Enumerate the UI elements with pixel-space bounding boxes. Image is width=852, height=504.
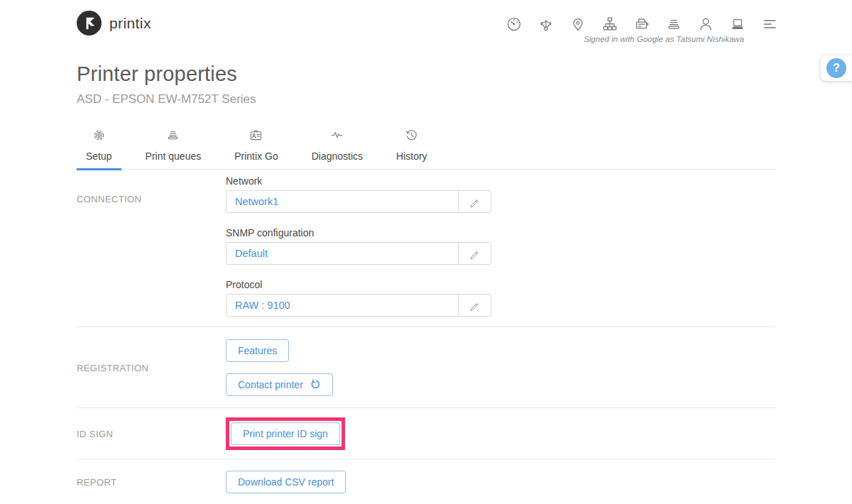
registration-buttons: Features Contact printer — [226, 339, 333, 396]
protocol-value[interactable]: RAW : 9100 — [226, 295, 458, 316]
tab-label: Setup — [86, 150, 112, 162]
network-value[interactable]: Network1 — [226, 191, 458, 212]
snmp-input-group: Default — [226, 242, 491, 265]
print-printer-id-sign-button[interactable]: Print printer ID sign — [231, 422, 340, 445]
page-subtitle: ASD - EPSON EW-M752T Series — [77, 92, 775, 106]
download-csv-report-button[interactable]: Download CSV report — [226, 471, 346, 493]
field-label: Network — [226, 175, 491, 187]
tab-label: Printix Go — [234, 150, 278, 162]
tab-history[interactable]: History — [387, 128, 437, 170]
tab-print-queues[interactable]: Print queues — [136, 128, 211, 170]
help-button[interactable]: ? — [821, 55, 852, 81]
print-queue-icon[interactable] — [665, 16, 682, 33]
field-label: SNMP configuration — [226, 227, 491, 239]
gear-icon — [92, 128, 106, 146]
snmp-value[interactable]: Default — [226, 243, 458, 264]
section-report: REPORT Download CSV report — [77, 459, 775, 504]
location-pin-icon[interactable] — [569, 16, 586, 33]
edit-protocol-button[interactable] — [458, 295, 491, 316]
protocol-input-group: RAW : 9100 — [226, 294, 491, 317]
section-label-id-sign: ID SIGN — [77, 429, 226, 439]
history-clock-icon — [404, 128, 419, 146]
header-icon-bar — [506, 16, 778, 33]
section-label-connection: CONNECTION — [77, 175, 226, 317]
refresh-icon — [310, 379, 321, 390]
printix-logo[interactable]: printix — [77, 11, 151, 35]
copier-icon[interactable] — [633, 16, 650, 33]
contact-printer-button[interactable]: Contact printer — [226, 373, 333, 396]
edit-snmp-button[interactable] — [458, 243, 491, 264]
field-network: Network Network1 — [226, 175, 491, 213]
tab-label: Diagnostics — [312, 150, 363, 162]
question-mark-icon: ? — [826, 58, 846, 78]
contact-printer-label: Contact printer — [238, 379, 303, 390]
printix-wordmark: printix — [109, 15, 151, 32]
field-snmp: SNMP configuration Default — [226, 227, 491, 265]
field-protocol: Protocol RAW : 9100 — [226, 279, 491, 317]
print-queue-icon — [165, 128, 180, 146]
annotation-highlight-box: Print printer ID sign — [226, 417, 345, 450]
tab-diagnostics[interactable]: Diagnostics — [302, 128, 372, 170]
user-icon[interactable] — [697, 16, 714, 33]
page-title: Printer properties — [77, 62, 775, 86]
tab-printix-go[interactable]: Printix Go — [225, 128, 287, 170]
pencil-icon — [469, 300, 481, 312]
pencil-icon — [469, 248, 481, 260]
menu-icon[interactable] — [761, 16, 778, 33]
pulse-icon — [329, 128, 344, 146]
network-input-group: Network1 — [226, 190, 491, 213]
pencil-icon — [469, 196, 481, 208]
connection-fields: Network Network1 SNMP configuration Defa… — [226, 175, 491, 317]
laptop-icon[interactable] — [729, 16, 746, 33]
id-badge-icon — [248, 128, 263, 146]
section-label-registration: REGISTRATION — [77, 363, 226, 373]
printix-logo-mark-icon — [77, 11, 102, 35]
section-id-sign: ID SIGN Print printer ID sign — [77, 408, 775, 459]
signed-in-note: Signed in with Google as Tatsumi Nishika… — [584, 35, 744, 43]
tab-setup[interactable]: Setup — [77, 128, 121, 170]
tab-label: History — [396, 150, 427, 162]
main-content: Printer properties ASD - EPSON EW-M752T … — [77, 62, 775, 504]
tab-label: Print queues — [146, 150, 202, 162]
tab-bar: Setup Print queues Printix Go Diagnostic… — [77, 128, 775, 170]
section-connection: CONNECTION Network Network1 SNMP configu… — [77, 170, 775, 327]
dashboard-gauge-icon[interactable] — [506, 16, 523, 33]
section-label-report: REPORT — [77, 477, 226, 488]
features-button[interactable]: Features — [226, 339, 289, 362]
network-sitemap-icon[interactable] — [601, 16, 618, 33]
directions-arrows-icon[interactable] — [537, 16, 555, 33]
section-registration: REGISTRATION Features Contact printer — [77, 327, 775, 408]
edit-network-button[interactable] — [458, 191, 491, 212]
field-label: Protocol — [226, 279, 491, 290]
